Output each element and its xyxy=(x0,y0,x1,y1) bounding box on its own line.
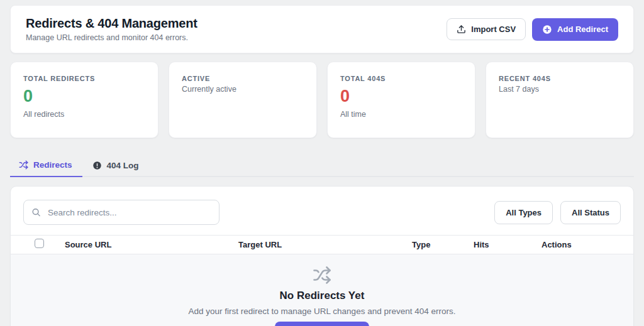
upload-icon xyxy=(457,24,466,34)
stats-row: TOTAL REDIRECTS 0 All redirects ACTIVE C… xyxy=(10,62,634,138)
tab-404-log-label: 404 Log xyxy=(107,161,139,170)
panel-toolbar: All Types All Status xyxy=(11,187,633,235)
filter-buttons: All Types All Status xyxy=(494,201,621,224)
column-header-type: Type xyxy=(412,240,474,249)
stat-label: TOTAL REDIRECTS xyxy=(23,75,145,82)
shuffle-icon xyxy=(19,160,28,170)
type-filter-dropdown[interactable]: All Types xyxy=(494,201,553,224)
stat-card-recent-404s: RECENT 404S Last 7 days xyxy=(486,62,634,138)
empty-state: No Redirects Yet Add your first redirect… xyxy=(189,266,456,326)
page-subtitle: Manage URL redirects and monitor 404 err… xyxy=(26,33,197,42)
status-filter-dropdown[interactable]: All Status xyxy=(560,201,621,224)
stat-subtext: Currently active xyxy=(182,85,304,94)
tab-redirects-label: Redirects xyxy=(33,160,72,170)
plus-circle-icon xyxy=(542,24,552,35)
stat-card-total-404s: TOTAL 404S 0 All time xyxy=(327,62,475,138)
search-box xyxy=(23,200,219,225)
stat-label: ACTIVE xyxy=(182,75,304,82)
select-all-cell xyxy=(23,239,65,251)
tab-bar: Redirects 404 Log xyxy=(10,155,634,177)
stat-label: TOTAL 404S xyxy=(340,75,462,82)
stat-label: RECENT 404S xyxy=(499,75,621,82)
page-title: Redirects & 404 Management xyxy=(26,16,197,31)
stat-card-total-redirects: TOTAL REDIRECTS 0 All redirects xyxy=(10,62,158,138)
import-csv-label: Import CSV xyxy=(471,25,516,33)
stat-subtext: Last 7 days xyxy=(499,85,621,94)
stat-value: 0 xyxy=(23,87,145,106)
tab-redirects[interactable]: Redirects xyxy=(10,155,82,177)
redirects-panel: All Types All Status Source URL Target U… xyxy=(10,186,634,326)
table-header-row: Source URL Target URL Type Hits Actions xyxy=(11,235,633,254)
column-header-hits: Hits xyxy=(474,240,541,249)
add-redirect-button[interactable]: Add Redirect xyxy=(532,18,618,41)
page: Redirects & 404 Management Manage URL re… xyxy=(0,0,644,326)
add-first-redirect-button[interactable] xyxy=(275,322,369,326)
page-header: Redirects & 404 Management Manage URL re… xyxy=(10,5,634,53)
column-header-target-url: Target URL xyxy=(238,240,412,249)
column-header-source-url: Source URL xyxy=(65,240,238,249)
column-header-actions: Actions xyxy=(541,240,621,249)
shuffle-icon xyxy=(313,266,331,287)
page-header-text: Redirects & 404 Management Manage URL re… xyxy=(26,16,197,42)
stat-card-active: ACTIVE Currently active xyxy=(169,62,317,138)
stat-value: 0 xyxy=(340,87,462,106)
stat-subtext: All time xyxy=(340,110,462,119)
stat-subtext: All redirects xyxy=(23,110,145,119)
header-actions: Import CSV Add Redirect xyxy=(447,18,618,41)
add-redirect-label: Add Redirect xyxy=(557,25,608,33)
import-csv-button[interactable]: Import CSV xyxy=(447,18,526,40)
empty-state-description: Add your first redirect to manage URL ch… xyxy=(189,307,456,316)
select-all-checkbox[interactable] xyxy=(35,239,44,248)
table-body: No Redirects Yet Add your first redirect… xyxy=(11,254,633,326)
search-input[interactable] xyxy=(23,200,219,225)
tab-404-log[interactable]: 404 Log xyxy=(82,155,149,177)
empty-state-title: No Redirects Yet xyxy=(280,290,365,302)
alert-circle-icon xyxy=(92,161,102,170)
